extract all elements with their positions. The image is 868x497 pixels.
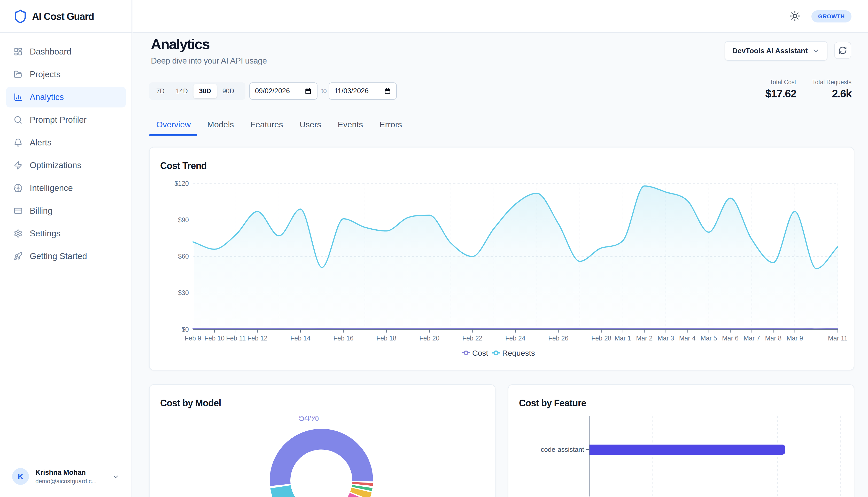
svg-text:Feb 10: Feb 10 [204, 335, 225, 342]
svg-text:$60: $60 [178, 253, 189, 260]
svg-text:$0: $0 [182, 326, 189, 333]
svg-text:Mar 5: Mar 5 [701, 335, 717, 342]
svg-text:Feb 22: Feb 22 [463, 335, 483, 342]
svg-text:Feb 11: Feb 11 [226, 335, 246, 342]
svg-text:Feb 12: Feb 12 [247, 335, 268, 342]
svg-text:Feb 9: Feb 9 [185, 335, 201, 342]
svg-text:code-assistant: code-assistant [541, 445, 584, 453]
svg-text:Mar 2: Mar 2 [636, 335, 653, 342]
svg-text:Requests: Requests [502, 349, 535, 357]
svg-text:Cost: Cost [472, 349, 488, 357]
svg-text:$90: $90 [178, 216, 189, 224]
svg-text:Mar 8: Mar 8 [765, 335, 781, 342]
svg-text:Mar 7: Mar 7 [743, 335, 760, 342]
svg-text:Mar 1: Mar 1 [615, 335, 631, 342]
svg-text:Feb 16: Feb 16 [333, 335, 353, 342]
svg-text:Feb 18: Feb 18 [376, 335, 397, 342]
svg-text:Mar 4: Mar 4 [679, 335, 696, 342]
svg-text:Feb 24: Feb 24 [505, 335, 525, 342]
svg-text:Feb 14: Feb 14 [290, 335, 311, 342]
svg-text:Feb 28: Feb 28 [591, 335, 611, 342]
svg-text:Mar 6: Mar 6 [722, 335, 739, 342]
svg-text:Feb 20: Feb 20 [419, 335, 439, 342]
svg-text:Mar 11: Mar 11 [828, 335, 848, 342]
svg-text:Feb 26: Feb 26 [548, 335, 568, 342]
svg-text:$30: $30 [178, 289, 189, 296]
svg-text:Mar 3: Mar 3 [657, 335, 674, 342]
svg-text:$120: $120 [174, 180, 189, 187]
svg-text:54%: 54% [299, 412, 318, 423]
svg-text:Mar 9: Mar 9 [787, 335, 803, 342]
